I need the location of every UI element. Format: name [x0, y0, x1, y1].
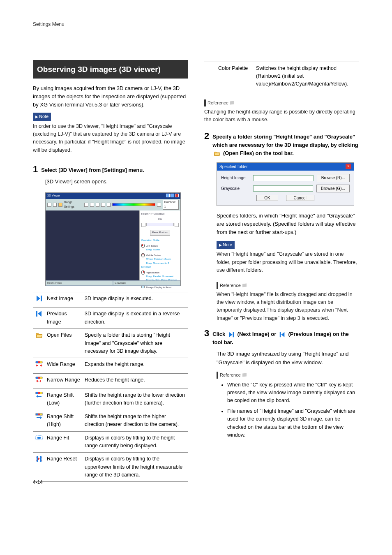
icon-label: Range Shift (Low): [45, 389, 83, 410]
note-body: In order to use the 3D viewer, "Height I…: [33, 123, 188, 155]
step-1-title: Select [3D Viewer] from [Settings] menu.: [41, 165, 188, 174]
cancel-button[interactable]: Cancel: [286, 195, 314, 201]
low-icon[interactable]: [96, 203, 100, 207]
icon-desc: 3D image display is executed in a revers…: [83, 308, 188, 329]
range-settings-label: Range Settings: [64, 200, 83, 209]
viewer-screenshot: 3D Viewer Range Settings Rainbow 1: [45, 192, 181, 286]
next-image-icon: [228, 331, 235, 338]
note-tag: Note: [33, 113, 51, 120]
icon-label: Next Image: [45, 292, 83, 308]
reference-tag: Reference: [204, 99, 234, 106]
icon-desc: Specify a folder that is storing "Height…: [83, 329, 188, 358]
status-height: Height Image: [46, 280, 113, 286]
open-files-icon: [213, 150, 221, 157]
palette-combo[interactable]: Rainbow 1: [163, 200, 179, 210]
color-bar[interactable]: [112, 203, 155, 206]
close-icon[interactable]: ×: [346, 164, 351, 169]
table-row: Range Shift (High)Shifts the height rang…: [33, 410, 188, 431]
range-shift-high-icon: [35, 413, 43, 420]
icon-label: Open Files: [45, 329, 83, 358]
icon-desc: Displays in colors by fitting to the upp…: [83, 453, 188, 482]
grayscale-label: Grayscale: [221, 185, 250, 192]
table-row: Narrow RangeReduces the height range.: [33, 373, 188, 388]
range-reset-icon[interactable]: [157, 203, 161, 207]
viewer-side-panel: Height <-> Grayscale 0% Reset Position O…: [139, 210, 180, 280]
next-icon[interactable]: [53, 203, 57, 207]
palette-row-table: Color Palette Switches the height displa…: [204, 62, 359, 91]
icon-label: Range Shift (High): [45, 410, 83, 431]
palette-desc: Switches the height display method (Rain…: [254, 62, 359, 91]
viewer-title: 3D Viewer: [47, 194, 60, 198]
reset-position-button[interactable]: Reset Position: [150, 230, 170, 235]
list-item: When the "C" key is pressed while the "C…: [227, 381, 359, 405]
icon-desc: Displays in colors by fitting to the hei…: [83, 431, 188, 453]
palette-label: Color Palette: [217, 62, 254, 91]
range-fit-icon: [35, 434, 43, 442]
reference-body: Changing the height-display range is pos…: [204, 108, 359, 124]
narrow-range-icon: [35, 376, 43, 384]
height-image-label: Height Image: [221, 175, 250, 181]
browse-height-button[interactable]: Browse (R)...: [317, 174, 350, 182]
note-body-2: When "Height Image" and "Grayscale" are …: [217, 250, 359, 274]
previous-image-icon: [35, 310, 43, 317]
icon-label: Previous Image: [45, 308, 83, 329]
open-icon[interactable]: [58, 203, 62, 207]
grayscale-input[interactable]: [253, 185, 313, 192]
step-2-title: Specify a folder storing "Height Image" …: [212, 132, 359, 157]
step-number-3: 3: [204, 329, 209, 338]
table-row: Open FilesSpecify a folder that is stori…: [33, 329, 188, 358]
table-row: Range FitDisplays in colors by fitting t…: [33, 431, 188, 453]
narrow-icon[interactable]: [90, 203, 94, 207]
reference-body-2: When "Height Image" file is directly dra…: [217, 291, 359, 323]
icon-label: Narrow Range: [45, 373, 83, 388]
fit-icon[interactable]: [107, 203, 111, 207]
range-shift-low-icon: [35, 391, 43, 399]
dialog-title: Specified folder: [219, 164, 248, 170]
high-icon[interactable]: [101, 203, 105, 207]
open-files-icon: [35, 331, 43, 339]
icon-desc: 3D image display is executed.: [83, 292, 188, 308]
status-grayscale: Grayscale: [113, 280, 180, 286]
icon-label: Wide Range: [45, 358, 83, 373]
icon-desc: Expands the height range.: [83, 358, 188, 373]
reference-list-3: When the "C" key is pressed while the "C…: [222, 381, 359, 439]
table-row: Wide RangeExpands the height range.: [33, 358, 188, 373]
icon-label: Range Reset: [45, 453, 83, 482]
intro-text: By using images acquired from the 3D cam…: [33, 84, 188, 109]
header-rule: [33, 31, 359, 31]
step-1-sub: [3D Viewer] screen opens.: [45, 178, 188, 186]
wide-range-icon: [35, 361, 43, 368]
list-item: File names of "Height Image" and "Graysc…: [227, 407, 359, 439]
breadcrumb: Settings Menu: [33, 21, 359, 28]
table-row: Next Image3D image display is executed.: [33, 292, 188, 308]
range-reset-icon: [35, 455, 43, 462]
step-3-title: Click (Next Image) or (Previous Image) o…: [212, 329, 359, 347]
wide-icon[interactable]: [84, 203, 88, 207]
viewer-canvas[interactable]: [46, 210, 139, 280]
step-3-sub: The 3D image synthesized by using "Heigh…: [217, 350, 359, 366]
height-image-input[interactable]: [253, 175, 314, 181]
reference-tag-3: Reference: [217, 372, 247, 379]
section-title: Observing 3D images (3D viewer): [33, 60, 188, 79]
icon-label: Range Fit: [45, 431, 83, 453]
previous-image-icon: [279, 331, 286, 338]
note-tag-2: Note: [217, 241, 235, 249]
step-number-1: 1: [33, 165, 38, 174]
table-row: Range ResetDisplays in colors by fitting…: [33, 453, 188, 482]
icon-desc: Reduces the height range.: [83, 373, 188, 388]
ok-button[interactable]: OK: [256, 195, 278, 201]
reference-tag-2: Reference: [217, 282, 247, 289]
step-number-2: 2: [204, 132, 209, 141]
browse-grayscale-button[interactable]: Browse (G)...: [316, 185, 350, 193]
toolbar-icon-table: Next Image3D image display is executed.P…: [33, 292, 188, 482]
prev-icon[interactable]: [47, 203, 51, 207]
table-row: Previous Image3D image display is execut…: [33, 308, 188, 329]
step-2-sub: Specifies folders, in which "Height Imag…: [217, 212, 359, 236]
specified-folder-dialog: Specified folder × Height Image Browse (…: [217, 162, 354, 206]
page-number: 4-14: [33, 479, 43, 486]
icon-desc: Shifts the height range to the lower dir…: [83, 389, 188, 410]
next-image-icon: [35, 295, 43, 302]
table-row: Range Shift (Low)Shifts the height range…: [33, 389, 188, 410]
icon-desc: Shifts the height range to the higher di…: [83, 410, 188, 431]
